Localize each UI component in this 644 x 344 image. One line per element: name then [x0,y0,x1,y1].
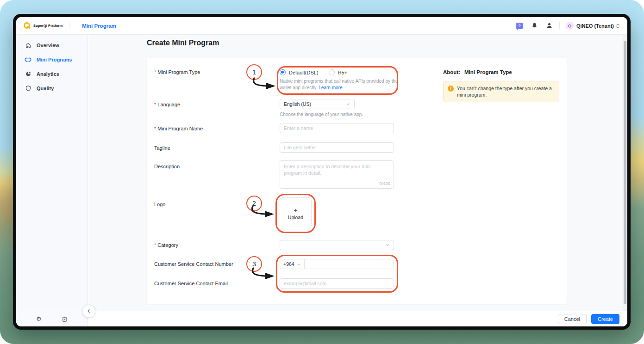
about-heading: About:Mini Program Type [443,69,512,75]
language-select-value: English (US) [284,101,311,107]
account-button[interactable] [546,22,553,29]
tasks-clipboard-icon[interactable] [62,316,68,322]
sidebar-item-label: Analytics [37,71,59,77]
phone-field: +964 [280,259,394,269]
chevron-down-icon [297,262,301,266]
screenshot-stage: SuperQi Platform Mini Program ? [0,0,644,344]
category-select[interactable] [280,240,394,250]
required-marker: * [154,69,156,75]
required-marker: * [154,242,156,248]
scrollbar-thumb[interactable] [624,41,626,304]
language-select[interactable]: English (US) [280,99,355,109]
char-counter: 0/400 [379,181,390,186]
sidebar-item-overview[interactable]: Overview [16,38,88,52]
tenant-name: QiNEO (Tenant) [576,23,614,29]
field-label-tagline: Tagline [154,145,275,151]
nav-mini-program[interactable]: Mini Program [82,23,116,29]
sidebar-item-analytics[interactable]: Analytics [16,67,88,81]
required-marker: * [154,126,156,131]
field-label-description: Description [154,164,275,169]
field-label-phone: Customer Service Contact Number [154,261,275,267]
page-title: Create Mini Program [147,39,219,47]
bell-icon [531,22,538,29]
field-label-category: *Category [154,242,275,248]
main-content: Create Mini Program *Mini Program Type D… [88,35,627,311]
required-marker: * [154,102,156,107]
chevron-left-icon [86,308,92,314]
cancel-button[interactable]: Cancel [558,314,587,324]
tenant-switcher[interactable]: Q QiNEO (Tenant) [566,22,620,30]
warning-text: You can't change the type after you crea… [457,85,555,98]
chevron-down-icon [346,102,350,106]
plus-icon: + [294,207,297,214]
home-icon [25,42,31,49]
notifications-button[interactable] [531,22,538,29]
radio-h5plus[interactable]: H5+ [329,69,348,75]
help-icon[interactable]: ? [516,23,523,29]
type-help-text: Native mini programs that call native AP… [280,78,401,91]
phone-input[interactable] [305,259,394,269]
chevron-down-icon [385,243,390,247]
topbar-divider [69,22,69,30]
email-input[interactable] [280,278,394,289]
logo-upload-button[interactable]: + Upload [280,197,312,229]
field-label-email: Customer Service Contact Email [154,281,275,286]
tagline-input[interactable] [280,142,394,153]
radio-unselected-icon [329,69,335,75]
learn-more-link[interactable]: Learn more [319,85,342,90]
field-label-logo: Logo [154,202,275,207]
brand-logo[interactable]: SuperQi Platform [23,22,63,30]
language-help-text: Choose the language of your native app. [280,111,401,118]
top-bar: SuperQi Platform Mini Program ? [16,17,627,35]
app-window: SuperQi Platform Mini Program ? [13,14,631,330]
sidebar-item-label: Overview [37,43,59,48]
about-prefix: About: [443,69,460,75]
field-label-language: *Language [154,102,275,107]
type-radio-group: Default(DSL) H5+ [280,69,347,75]
description-field: 0/400 [280,160,394,189]
warning-callout: ! You can't change the type after you cr… [443,81,559,102]
brand-name: SuperQi Platform [33,24,63,28]
phone-prefix-select[interactable]: +964 [280,259,305,269]
field-label-name: *Mini Program Name [154,126,275,131]
app-root: SuperQi Platform Mini Program ? [16,17,627,326]
footer-bar: ⚙ Cancel Create [16,311,627,326]
mini-programs-icon [25,56,31,63]
chevron-up-down-icon [616,23,620,29]
settings-gear-icon[interactable]: ⚙ [36,315,42,322]
phone-prefix-value: +964 [283,261,294,267]
sidebar-collapse-button[interactable] [82,305,95,318]
sidebar: Overview Mini Programs Analytics [16,35,88,311]
create-button[interactable]: Create [591,314,619,324]
description-textarea[interactable] [280,160,394,189]
tenant-avatar: Q [566,22,574,30]
quality-badge-icon [25,85,31,92]
superqi-logo-icon [23,22,31,30]
warning-icon: ! [448,86,454,92]
sidebar-item-quality[interactable]: Quality [16,81,88,95]
analytics-pie-icon [25,71,31,77]
person-icon [546,22,553,29]
topbar-divider-2 [559,22,560,29]
sidebar-item-label: Mini Programs [37,57,72,62]
scrollbar-track [622,35,627,311]
upload-label: Upload [288,215,303,220]
create-form-card: *Mini Program Type Default(DSL) H5+ [147,58,567,304]
about-panel: About:Mini Program Type ! You can't chan… [435,58,567,304]
radio-selected-icon [280,69,286,75]
sidebar-item-label: Quality [37,86,54,91]
sidebar-footer: ⚙ [16,311,88,326]
sidebar-item-mini-programs[interactable]: Mini Programs [16,52,88,67]
name-input[interactable] [280,123,394,133]
field-label-type: *Mini Program Type [154,69,275,75]
radio-default-dsl[interactable]: Default(DSL) [280,69,319,75]
topbar-right: ? Q [516,22,620,30]
about-title: Mini Program Type [464,69,512,75]
footer-actions: Cancel Create [558,314,619,324]
